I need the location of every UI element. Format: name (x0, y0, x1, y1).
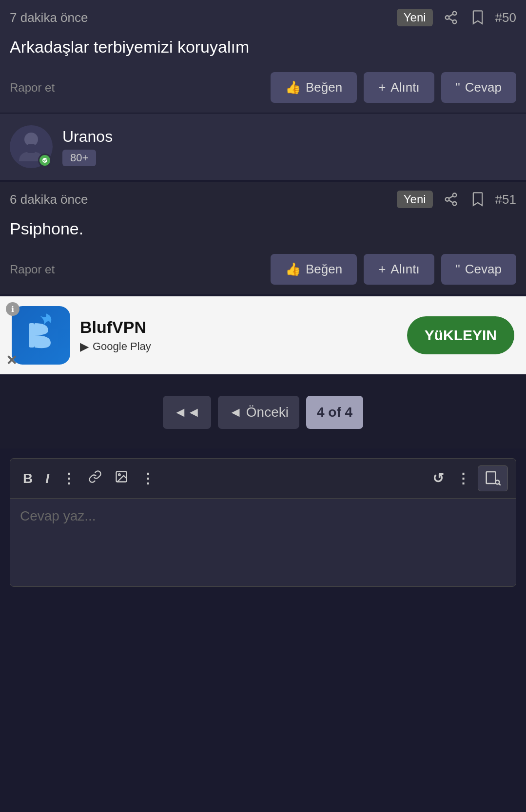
insert-more-button[interactable]: ⋮ (136, 467, 159, 489)
image-icon (115, 470, 128, 487)
svg-point-0 (452, 12, 456, 16)
svg-rect-13 (29, 323, 35, 348)
post-50: 7 dakika önce Yeni #50 Arkadaşlar terbiy… (0, 0, 526, 113)
svg-point-17 (495, 481, 499, 484)
username[interactable]: Uranos (62, 128, 113, 146)
preview-icon (485, 470, 501, 487)
ad-install-button[interactable]: YüKLEYIN (407, 316, 514, 354)
thumbs-up-icon: 👍 (285, 262, 301, 277)
thumbs-up-icon: 👍 (285, 80, 301, 95)
link-icon (88, 470, 102, 487)
prev-page-button[interactable]: ◄ Önceki (218, 396, 299, 429)
pagination: ◄◄ ◄ Önceki 4 of 4 (0, 376, 526, 448)
undo-icon: ↺ (432, 470, 444, 486)
italic-button[interactable]: I (40, 468, 54, 489)
post-50-report-button[interactable]: Rapor et (10, 81, 55, 95)
svg-rect-16 (487, 472, 496, 483)
post-50-header: 7 dakika önce Yeni #50 (0, 0, 526, 33)
current-page-button[interactable]: 4 of 4 (306, 396, 363, 429)
plus-icon: + (378, 262, 386, 277)
post-51-quote-button[interactable]: + Alıntı (364, 254, 434, 285)
plus-icon: + (378, 80, 386, 95)
post-50-share-button[interactable] (442, 8, 460, 27)
editor-placeholder: Cevap yaz... (20, 508, 506, 524)
post-51-share-button[interactable] (442, 190, 460, 209)
current-page-label: 4 of 4 (317, 405, 352, 420)
svg-point-10 (452, 202, 456, 206)
svg-point-8 (452, 193, 456, 197)
user-info: Uranos 80+ (62, 128, 113, 166)
first-page-icon: ◄◄ (174, 405, 200, 420)
post-51: 6 dakika önce Yeni #51 Psiphone. Rapor e… (0, 181, 526, 294)
link-button[interactable] (83, 467, 107, 490)
preview-button[interactable] (478, 465, 508, 491)
svg-line-18 (499, 484, 501, 485)
post-51-badge: Yeni (397, 191, 433, 208)
undo-button[interactable]: ↺ (428, 467, 448, 489)
svg-line-4 (448, 14, 453, 17)
post-51-meta: Yeni #51 (397, 190, 516, 209)
user-online-status (38, 154, 52, 167)
editor-body[interactable]: Cevap yaz... (10, 499, 516, 586)
post-51-number: #51 (495, 192, 516, 207)
quote-icon: " (456, 80, 460, 95)
avatar-wrapper (10, 125, 53, 168)
post-50-actions: Rapor et 👍 Beğen + Alıntı " Cevap (0, 67, 526, 113)
image-button[interactable] (110, 467, 133, 490)
svg-line-12 (448, 196, 453, 198)
svg-rect-6 (27, 144, 35, 153)
editor-toolbar: B I ⋮ ⋮ (10, 459, 516, 499)
ad-store-row: ▶ Google Play (80, 340, 397, 353)
reply-editor: B I ⋮ ⋮ (10, 458, 516, 587)
post-50-bookmark-button[interactable] (469, 8, 487, 27)
ad-store-name: Google Play (93, 340, 151, 353)
post-51-actions: Rapor et 👍 Beğen + Alıntı " Cevap (0, 249, 526, 294)
svg-line-3 (448, 19, 453, 21)
post-51-timestamp: 6 dakika önce (10, 192, 88, 207)
bold-button[interactable]: B (18, 468, 38, 489)
user-level-badge: 80+ (62, 150, 96, 166)
post-51-report-button[interactable]: Rapor et (10, 263, 55, 276)
svg-line-11 (448, 200, 453, 203)
ad-logo (12, 306, 70, 365)
post-51-title: Psiphone. (0, 215, 526, 249)
google-play-icon: ▶ (80, 340, 89, 353)
ad-app-name: BlufVPN (80, 318, 397, 337)
svg-point-1 (445, 16, 449, 19)
post-50-number: #50 (495, 10, 516, 25)
post-51-like-button[interactable]: 👍 Beğen (271, 254, 357, 285)
post-51-header: 6 dakika önce Yeni #51 (0, 182, 526, 215)
first-page-button[interactable]: ◄◄ (163, 396, 211, 429)
svg-point-5 (24, 133, 38, 146)
svg-point-2 (452, 20, 456, 24)
post-50-reply-button[interactable]: " Cevap (441, 72, 516, 103)
post-50-badge: Yeni (397, 9, 433, 26)
post-50-like-button[interactable]: 👍 Beğen (271, 72, 357, 103)
vertical-dots-3-icon: ⋮ (456, 470, 470, 486)
post-51-action-buttons: 👍 Beğen + Alıntı " Cevap (271, 254, 516, 285)
post-51-reply-button[interactable]: " Cevap (441, 254, 516, 285)
ad-close-icon[interactable]: ✕ (6, 352, 17, 368)
post-50-quote-button[interactable]: + Alıntı (364, 72, 434, 103)
advertisement: ℹ ✕ BlufVPN ▶ Google Play YüKLEYIN (0, 294, 526, 376)
vertical-dots-icon: ⋮ (62, 470, 76, 486)
ad-logo-inner (21, 313, 60, 357)
post-50-title: Arkadaşlar terbiyemizi koruyalım (0, 33, 526, 67)
user-profile-row: Uranos 80+ (0, 113, 526, 181)
post-50-meta: Yeni #50 (397, 8, 516, 27)
svg-point-15 (118, 474, 120, 476)
text-more-button[interactable]: ⋮ (57, 467, 80, 489)
vertical-dots-2-icon: ⋮ (141, 470, 155, 486)
post-50-timestamp: 7 dakika önce (10, 10, 88, 25)
post-51-bookmark-button[interactable] (469, 190, 487, 209)
prev-page-label: ◄ Önceki (229, 405, 289, 420)
post-50-action-buttons: 👍 Beğen + Alıntı " Cevap (271, 72, 516, 103)
quote-icon: " (456, 262, 460, 277)
editor-more-button[interactable]: ⋮ (451, 467, 475, 489)
svg-point-9 (445, 197, 449, 201)
ad-text: BlufVPN ▶ Google Play (80, 318, 397, 353)
